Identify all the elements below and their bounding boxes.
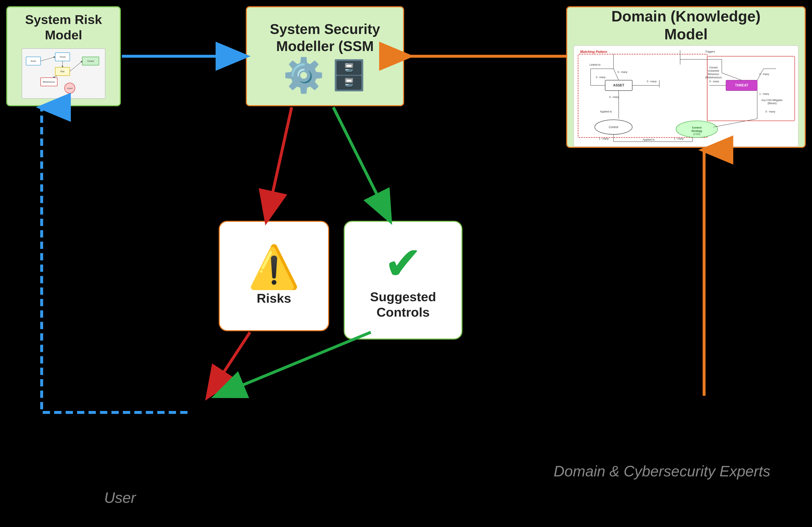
checkmark-icon: ✔ xyxy=(384,240,422,286)
ssm-to-risks-arrow xyxy=(267,107,292,220)
svg-text:Control: Control xyxy=(692,126,701,129)
svg-text:(Blocks): (Blocks) xyxy=(768,102,777,105)
svg-text:0 - many: 0 - many xyxy=(609,96,619,99)
svg-text:Control: Control xyxy=(87,60,94,62)
risks-box: ⚠️ Risks xyxy=(219,221,329,331)
svg-text:0 - many: 0 - many xyxy=(596,76,606,79)
svg-text:Misbehaviour: Misbehaviour xyxy=(43,81,55,83)
risks-label: Risks xyxy=(257,291,291,306)
risks-to-user-arrow xyxy=(208,332,250,396)
domain-experts-label: Domain & Cybersecurity Experts xyxy=(554,462,770,481)
svg-text:Asset: Asset xyxy=(31,60,36,62)
user-to-srm-arrow xyxy=(42,107,188,412)
svg-text:Behaviour: Behaviour xyxy=(708,73,719,76)
domain-diagram-svg: Matching Pattern 1 Triggers Linked to 0 … xyxy=(576,48,797,147)
svg-text:1 - many: 1 - many xyxy=(599,137,609,140)
svg-line-72 xyxy=(713,119,757,127)
svg-text:Threat: Threat xyxy=(60,56,66,58)
domain-model-title: Domain (Knowledge)Model xyxy=(607,7,765,43)
ssm-box: System SecurityModeller (SSM ⚙️ 🗄️ xyxy=(246,6,404,106)
svg-text:Applied in: Applied in xyxy=(643,138,654,141)
srm-diagram: Asset Threat Risk Control Misbehaviour I… xyxy=(20,46,107,101)
svg-text:Causes: Causes xyxy=(709,66,718,69)
user-label: User xyxy=(104,489,136,506)
svg-text:0 - many: 0 - many xyxy=(766,110,775,113)
warning-icon: ⚠️ xyxy=(248,246,300,288)
svg-text:Control: Control xyxy=(609,126,618,129)
svg-text:Unwanted: Unwanted xyxy=(708,69,719,72)
system-risk-model-box: System RiskModel Asset Threat Risk Contr… xyxy=(6,6,121,106)
svg-text:ASSET: ASSET xyxy=(613,84,624,87)
svg-text:1 - many: 1 - many xyxy=(759,92,769,96)
svg-text:(Misbehaviour): (Misbehaviour) xyxy=(705,76,722,79)
ssm-icons: ⚙️ 🗄️ xyxy=(283,59,367,92)
svg-line-62 xyxy=(722,73,742,80)
svg-text:1 - many: 1 - many xyxy=(674,137,684,140)
svg-text:1: 1 xyxy=(679,50,681,53)
svg-text:Risk: Risk xyxy=(60,70,64,73)
svg-text:Linked to: Linked to xyxy=(590,63,600,66)
svg-text:0 - many: 0 - many xyxy=(759,73,769,76)
database-icon: 🗄️ xyxy=(331,61,367,90)
svg-text:0 - many: 0 - many xyxy=(618,71,627,74)
svg-text:THREAT: THREAT xyxy=(735,84,748,87)
domain-diagram: Matching Pattern 1 Triggers Linked to 0 … xyxy=(574,45,798,147)
controls-to-user-arrow xyxy=(217,332,371,396)
svg-text:Impact: Impact xyxy=(67,87,73,89)
svg-text:Triggers: Triggers xyxy=(705,50,715,53)
svg-text:(CSG): (CSG) xyxy=(693,133,700,136)
system-risk-model-title: System RiskModel xyxy=(21,12,106,43)
domain-knowledge-model-box: Domain (Knowledge)Model Matching Pattern… xyxy=(566,6,806,148)
ssm-title: System SecurityModeller (SSM xyxy=(265,20,384,55)
gear-icon: ⚙️ xyxy=(283,59,324,92)
suggested-controls-box: ✔ Suggested Controls xyxy=(344,221,462,339)
svg-text:Applied to: Applied to xyxy=(600,110,612,113)
svg-text:Strategy: Strategy xyxy=(691,129,702,132)
suggested-controls-label: Suggested Controls xyxy=(345,289,461,320)
svg-text:Matching Pattern: Matching Pattern xyxy=(580,50,607,54)
ssm-to-controls-arrow xyxy=(333,107,390,220)
svg-text:Any CSG Mitigates: Any CSG Mitigates xyxy=(762,99,782,102)
svg-text:0 - many: 0 - many xyxy=(647,80,657,83)
svg-text:0 - many: 0 - many xyxy=(709,80,719,83)
